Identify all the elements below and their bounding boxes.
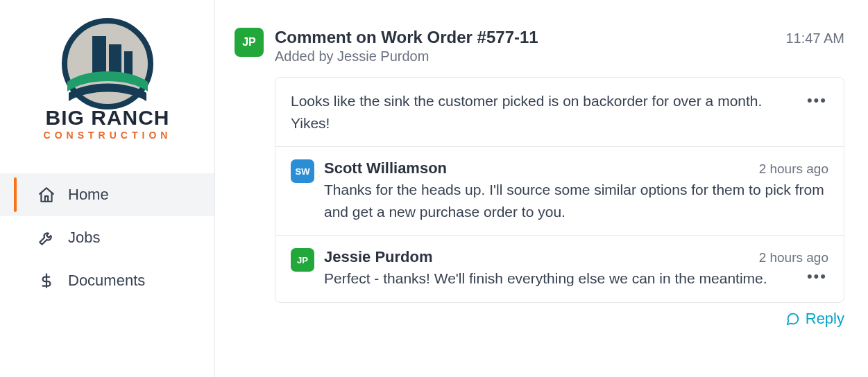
main-content: JP Comment on Work Order #577-11 Added b… <box>215 0 868 377</box>
reply-label: Reply <box>806 310 844 328</box>
sidebar-item-label: Documents <box>68 272 145 290</box>
comment-reply: JP Jessie Purdom 2 hours ago Perfect - t… <box>275 235 844 302</box>
activity-title[interactable]: Comment on Work Order #577-11 <box>275 28 538 47</box>
sidebar-item-home[interactable]: Home <box>0 173 214 216</box>
reply-text: Perfect - thanks! We'll finish everythin… <box>324 268 767 290</box>
sidebar-nav: Home Jobs Documents <box>0 173 214 302</box>
comment-text: Looks like the sink the customer picked … <box>291 90 794 134</box>
brand-name: BIG RANCH <box>45 106 169 129</box>
svg-rect-3 <box>124 51 133 76</box>
home-icon <box>37 186 56 204</box>
reply-time: 2 hours ago <box>759 161 828 177</box>
comment-original: Looks like the sink the customer picked … <box>275 78 844 146</box>
reply-text: Thanks for the heads up. I'll source som… <box>324 179 828 222</box>
dollar-icon <box>37 272 56 290</box>
comment-reply: SW Scott Williamson 2 hours ago Thanks f… <box>275 146 844 235</box>
brand-logo: BIG RANCH CONSTRUCTION <box>31 15 184 140</box>
wrench-icon <box>37 229 56 247</box>
sidebar-item-documents[interactable]: Documents <box>0 259 214 302</box>
brand-sub: CONSTRUCTION <box>43 130 171 140</box>
reply-icon <box>785 311 800 326</box>
reply-author: Scott Williamson <box>324 159 447 177</box>
avatar: SW <box>291 159 314 183</box>
reply-author: Jessie Purdom <box>324 248 433 266</box>
more-menu-button[interactable]: ••• <box>806 266 828 287</box>
activity-subtitle: Added by Jessie Purdom <box>275 49 538 64</box>
activity-body: Comment on Work Order #577-11 Added by J… <box>275 28 844 328</box>
sidebar-item-label: Home <box>68 186 109 204</box>
reply-time: 2 hours ago <box>759 250 828 265</box>
activity-timestamp: 11:47 AM <box>785 30 844 46</box>
sidebar: BIG RANCH CONSTRUCTION Home Jobs Documen… <box>0 0 215 377</box>
sidebar-item-label: Jobs <box>68 229 100 247</box>
comment-thread-card: Looks like the sink the customer picked … <box>275 77 844 303</box>
reply-button[interactable]: Reply <box>275 310 844 328</box>
more-menu-button[interactable]: ••• <box>806 90 828 111</box>
sidebar-item-jobs[interactable]: Jobs <box>0 216 214 259</box>
avatar: JP <box>235 28 264 57</box>
svg-rect-1 <box>92 36 106 76</box>
activity-item: JP Comment on Work Order #577-11 Added b… <box>235 28 844 328</box>
brand-logo-svg: BIG RANCH CONSTRUCTION <box>31 15 184 140</box>
avatar: JP <box>291 248 314 272</box>
